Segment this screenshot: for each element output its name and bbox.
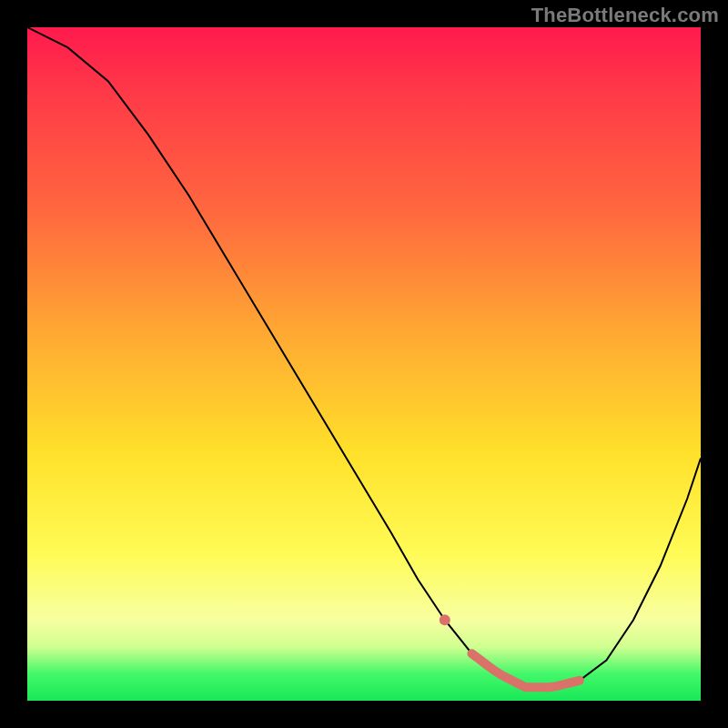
bottleneck-curve <box>27 27 701 687</box>
chart-frame: TheBottleneck.com <box>0 0 728 728</box>
plot-svg <box>27 27 701 701</box>
plot-area <box>27 27 701 701</box>
optimal-range-segment <box>471 653 579 687</box>
optimal-range-dot <box>440 614 450 625</box>
watermark-text: TheBottleneck.com <box>531 4 719 27</box>
